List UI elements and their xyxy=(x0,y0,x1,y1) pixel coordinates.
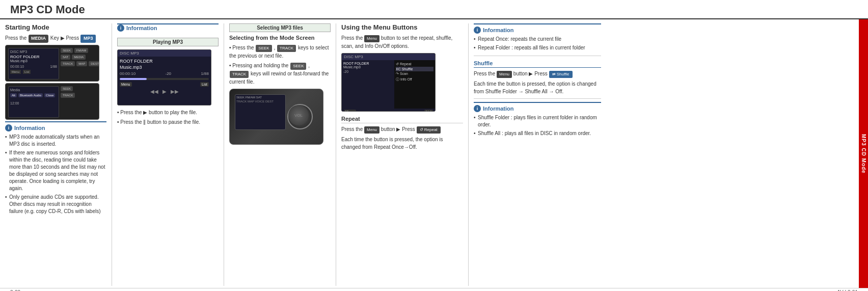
repeat-section: Repeat Press the Menu button ▶ Press ↺ R… xyxy=(341,116,463,151)
select-text-2a: • Pressing and holding the xyxy=(229,63,290,68)
menu-list: ↺ Repeat XC Shuffle ↷ Scan ⓘ Info Off xyxy=(394,60,435,109)
info-icon-3: i xyxy=(474,27,481,34)
select-instruction-1: • Press the SEEK , TRACK keys to select … xyxy=(229,44,331,60)
col1-starting-mode: Starting Mode Press the MEDIA Key ▶ Pres… xyxy=(5,23,112,286)
track-key-2: TRACK xyxy=(230,71,249,78)
col1-info-box: i Information MP3 mode automatically sta… xyxy=(5,121,106,215)
pause-instruction: • Press the ‖ button to pause the file. xyxy=(117,118,219,126)
col2-playing: i Information Playing MP3 DISC MP3 ROOT … xyxy=(112,23,224,286)
key-text: Key ▶ Press xyxy=(50,35,79,41)
sat-btn: SAT xyxy=(61,55,70,60)
selecting-subheading: Selecting from the Mode Screen xyxy=(229,35,331,41)
menu-body-text: Press the xyxy=(341,35,363,41)
col5-info-title-1: i Information xyxy=(474,27,601,34)
col1-info-item-3: Only genuine audio CDs are supported. Ot… xyxy=(5,194,106,215)
col5-info-item-3: Shuffle Folder : plays files in current … xyxy=(474,114,601,128)
menu-screen-body: ROOT FOLDER Music.mp3 -20 ↺ Repeat XC Sh… xyxy=(342,60,435,109)
play-instruction: • Press the ▶ button to play the file. xyxy=(117,109,219,116)
menu-screen-left: ROOT FOLDER Music.mp3 -20 xyxy=(342,60,394,109)
side-tab: MP3 CD Mode xyxy=(859,19,868,288)
playing-screen-body: ROOT FOLDER Music.mp3 00:00:10 -20 1/88 … xyxy=(118,57,211,96)
shuffle-menu-badge: Menu xyxy=(497,71,512,78)
mp3-badge: MP3 xyxy=(80,35,96,43)
select-text-1a: • Press the xyxy=(229,45,255,50)
menu-item-shuffle: XC Shuffle xyxy=(396,67,433,71)
disc-label: DISC MP3 xyxy=(120,51,139,56)
col3-selecting: Selecting MP3 files Selecting from the M… xyxy=(224,23,336,286)
seek-key-1: SEEK xyxy=(256,45,272,52)
shuffle-title: Shuffle xyxy=(474,60,601,68)
col5-info-label-1: Information xyxy=(483,27,514,33)
playing-screen: DISC MP3 ROOT FOLDER Music.mp3 00:00:10 … xyxy=(117,49,211,105)
col1-info-item-1: MP3 mode automatically starts when an MP… xyxy=(5,134,106,148)
selecting-section-title: Selecting MP3 files xyxy=(229,23,331,32)
menu-screen: DISC MP3 ROOT FOLDER Music.mp3 -20 ↺ Rep… xyxy=(341,53,436,112)
menu-ctrl: Menu xyxy=(120,82,132,87)
media-button[interactable]: MEDIA xyxy=(29,35,48,43)
col1-info-item-2: If there are numerous songs and folders … xyxy=(5,149,106,192)
page-title: MP3 CD Mode xyxy=(10,3,85,16)
radio-buttons-2: SEEK TRACK xyxy=(61,86,96,118)
page-header: MP3 CD Mode xyxy=(0,0,868,19)
play-time: 00:00:10 xyxy=(120,71,135,76)
select-text-1b: , xyxy=(274,45,277,50)
menu-item-scan: ↷ Scan xyxy=(396,71,433,76)
col5-info-list-1: Repeat Once: repeats the current file Re… xyxy=(474,36,601,51)
total-tracks: 1/88 xyxy=(201,71,209,76)
divider-1 xyxy=(474,56,601,56)
shuffle-body-text2: button ▶ Press xyxy=(513,71,548,76)
col5-info-box-1: i Information Repeat Once: repeats the c… xyxy=(474,23,601,51)
file-name: Music.mp3 xyxy=(120,65,209,70)
repeat-body: Press the Menu button ▶ Press ↺ Repeat xyxy=(341,125,463,134)
menu-screen-header: DISC MP3 xyxy=(342,54,435,60)
list-ctrl-2: List xyxy=(424,110,433,112)
divider-2 xyxy=(474,98,601,99)
dest-btn: DEST xyxy=(89,61,99,66)
col1-info-title: i Information xyxy=(5,124,106,131)
col2-top-info: i Information xyxy=(117,23,219,34)
info-icon-4: i xyxy=(474,105,481,112)
playing-section-title: Playing MP3 xyxy=(117,38,219,46)
menu-screen-controls: Menu List xyxy=(342,109,435,112)
folder-name: ROOT FOLDER xyxy=(120,59,209,64)
info-icon-1: i xyxy=(5,124,12,131)
col5-info-item-4: Shuffle All : plays all files in DISC in… xyxy=(474,130,601,137)
repeat-menu-badge: Menu xyxy=(364,126,379,134)
shuffle-body: Press the Menu button ▶ Press ⇄ Shuffle xyxy=(474,70,601,78)
main-content: Starting Mode Press the MEDIA Key ▶ Pres… xyxy=(0,19,868,288)
track-num: -20 xyxy=(166,71,172,76)
menu-item-repeat: ↺ Repeat xyxy=(396,62,433,67)
menu-ctrl-2: Menu xyxy=(344,110,356,112)
select-instruction-2: • Pressing and holding the SEEK , TRACK … xyxy=(229,62,331,86)
shuffle-body-text: Press the xyxy=(474,71,495,76)
track-btn: TRACK xyxy=(61,61,75,66)
repeat-badge: ↺ Repeat xyxy=(417,126,441,134)
menu-body: Press the Menu button to set the repeat,… xyxy=(341,34,463,50)
repeat-body3: Each time the button is pressed, the opt… xyxy=(341,136,463,151)
press-text: Press the xyxy=(5,35,26,41)
radio-screen-2: Media Alt Bluetooth Audio Close 12:00 xyxy=(8,86,59,118)
col2-info-title: i Information xyxy=(117,24,219,32)
seek-btn-2: SEEK xyxy=(61,86,73,91)
car-radio-image-2: Media Alt Bluetooth Audio Close 12:00 SE… xyxy=(5,83,99,120)
shuffle-badge: ⇄ Shuffle xyxy=(549,71,573,78)
device-knob-image: SEEK FM/AM SAT TRACK MAP VOICE DEST VOL xyxy=(229,89,323,145)
using-menu-heading: Using the Menu Buttons xyxy=(341,23,463,31)
media-btn-sm: MEDIA xyxy=(72,55,86,60)
col5-info: i Information Repeat Once: repeats the c… xyxy=(469,23,606,286)
col5-info-item-2: Repeat Folder : repeats all files in cur… xyxy=(474,44,601,51)
select-text-2b: , xyxy=(308,63,310,68)
menu-disc-label: DISC MP3 xyxy=(344,55,363,59)
menu-button-badge: Menu xyxy=(364,35,379,42)
radio-screen-1: DISC MP3 ROOT FOLDER Music.mp3 00:00:10 … xyxy=(8,48,59,80)
seek-btn: SEEK xyxy=(61,48,73,53)
volume-knob: VOL xyxy=(287,104,313,129)
repeat-body-text: Press the xyxy=(341,126,363,132)
col2-info-label: Information xyxy=(126,25,157,31)
map-btn: MAP xyxy=(76,61,87,66)
page-footer: 2-20 AV I 2-21 xyxy=(0,288,868,291)
col1-info-list: MP3 mode automatically starts when an MP… xyxy=(5,134,106,215)
fm-am-btn: FM/AM xyxy=(74,48,88,53)
repeat-title: Repeat xyxy=(341,116,463,123)
col5-info-label-2: Information xyxy=(483,105,514,112)
